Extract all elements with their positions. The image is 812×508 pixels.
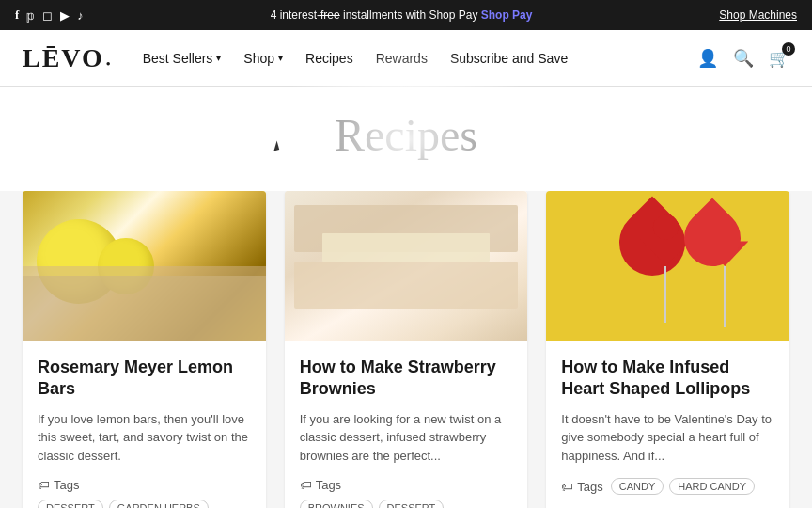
tags-label: 🏷 Tags (300, 478, 341, 492)
tag-icon: 🏷 (561, 480, 573, 494)
tag-icon: 🏷 (300, 478, 312, 492)
tag-hard-candy[interactable]: HARD CANDY (669, 478, 755, 495)
chevron-down-icon: ▾ (278, 53, 283, 63)
recipe-card-body: Rosemary Meyer Lemon Bars If you love le… (23, 341, 266, 508)
tags-label: 🏷 Tags (561, 480, 602, 494)
recipe-tags: 🏷 Tags BROWNIES DESSERT DESSERT BARS (300, 478, 513, 508)
recipe-excerpt: It doesn't have to be Valentine's Day to… (561, 410, 774, 466)
nav-shop-label: Shop (243, 51, 274, 66)
chevron-down-icon: ▾ (216, 53, 221, 63)
tag-garden-herbs[interactable]: GARDEN HERBS (109, 500, 209, 508)
tag-icon: 🏷 (38, 478, 50, 492)
main-nav: Best Sellers ▾ Shop ▾ Recipes Rewards Su… (143, 51, 697, 66)
tag-list: BROWNIES DESSERT DESSERT BARS (300, 500, 513, 508)
nav-subscribe[interactable]: Subscribe and Save (450, 51, 568, 66)
instagram-icon[interactable]: ◻ (42, 8, 53, 23)
pinterest-icon[interactable]: 𝕡 (26, 8, 35, 23)
cart-count: 0 (782, 42, 795, 56)
site-header: LĒVO ● Best Sellers ▾ Shop ▾ Recipes Rew… (0, 30, 812, 87)
search-icon[interactable]: 🔍 (733, 48, 754, 69)
cart-button[interactable]: 🛒 0 (769, 48, 789, 69)
recipe-tags: 🏷 Tags CANDY HARD CANDY (561, 478, 774, 495)
recipe-card-image (285, 191, 528, 341)
page-title-section: Recipes (0, 87, 812, 191)
social-links: f 𝕡 ◻ ▶ ♪ (15, 8, 84, 23)
recipe-card[interactable]: Rosemary Meyer Lemon Bars If you love le… (23, 191, 266, 508)
youtube-icon[interactable]: ▶ (60, 8, 70, 23)
promo-suffix: installments with Shop Pay (340, 8, 478, 22)
recipe-card-body: How to Make Infused Heart Shaped Lollipo… (546, 341, 789, 508)
page-title: Recipes (0, 109, 812, 161)
promo-text: 4 interest- (271, 8, 320, 22)
recipe-card[interactable]: How to Make Strawberry Brownies If you a… (285, 191, 528, 508)
recipe-title: How to Make Strawberry Brownies (300, 357, 513, 401)
logo-dot: ● (106, 59, 113, 68)
nav-rewards[interactable]: Rewards (376, 51, 428, 66)
logo-text: LĒVO (23, 43, 104, 73)
header-icons: 👤 🔍 🛒 0 (697, 48, 789, 69)
recipe-card-image (23, 191, 266, 341)
tag-candy[interactable]: CANDY (611, 478, 664, 495)
nav-rewards-label: Rewards (376, 51, 428, 66)
tags-text: Tags (54, 478, 79, 492)
logo[interactable]: LĒVO ● (23, 43, 113, 73)
recipe-excerpt: If you are looking for a new twist on a … (300, 410, 513, 466)
recipes-grid: Rosemary Meyer Lemon Bars If you love le… (0, 191, 812, 508)
tag-list: DESSERT GARDEN HERBS LARGE BATCH RECIPE (38, 500, 251, 508)
top-bar: f 𝕡 ◻ ▶ ♪ 4 interest-free installments w… (0, 0, 812, 30)
recipe-tags: 🏷 Tags DESSERT GARDEN HERBS LARGE BATCH … (38, 478, 251, 508)
tag-dessert[interactable]: DESSERT (379, 500, 445, 508)
promo-strikethrough: free (320, 8, 340, 22)
recipe-card-body: How to Make Strawberry Brownies If you a… (285, 341, 528, 508)
tag-brownies[interactable]: BROWNIES (300, 500, 373, 508)
shop-pay-label: Shop Pay (481, 8, 533, 22)
recipe-title: Rosemary Meyer Lemon Bars (38, 357, 251, 401)
recipe-card[interactable]: How to Make Infused Heart Shaped Lollipo… (546, 191, 789, 508)
facebook-icon[interactable]: f (15, 8, 19, 23)
account-icon[interactable]: 👤 (697, 48, 718, 69)
recipe-title: How to Make Infused Heart Shaped Lollipo… (561, 357, 774, 401)
top-bar-cta[interactable]: Shop Machines (719, 8, 797, 22)
tag-list: CANDY HARD CANDY (611, 478, 755, 495)
recipe-excerpt: If you love lemon bars, then you'll love… (38, 410, 251, 466)
nav-recipes[interactable]: Recipes (305, 51, 353, 66)
nav-best-sellers-label: Best Sellers (143, 51, 213, 66)
promo-banner: 4 interest-free installments with Shop P… (84, 8, 719, 22)
tags-text: Tags (316, 478, 341, 492)
nav-subscribe-label: Subscribe and Save (450, 51, 568, 66)
nav-shop[interactable]: Shop ▾ (243, 51, 283, 66)
tag-dessert[interactable]: DESSERT (38, 500, 103, 508)
nav-best-sellers[interactable]: Best Sellers ▾ (143, 51, 222, 66)
tags-text: Tags (577, 480, 602, 494)
recipe-card-image (546, 191, 789, 341)
tags-label: 🏷 Tags (38, 478, 79, 492)
nav-recipes-label: Recipes (305, 51, 353, 66)
shop-machines-link[interactable]: Shop Machines (719, 8, 797, 22)
